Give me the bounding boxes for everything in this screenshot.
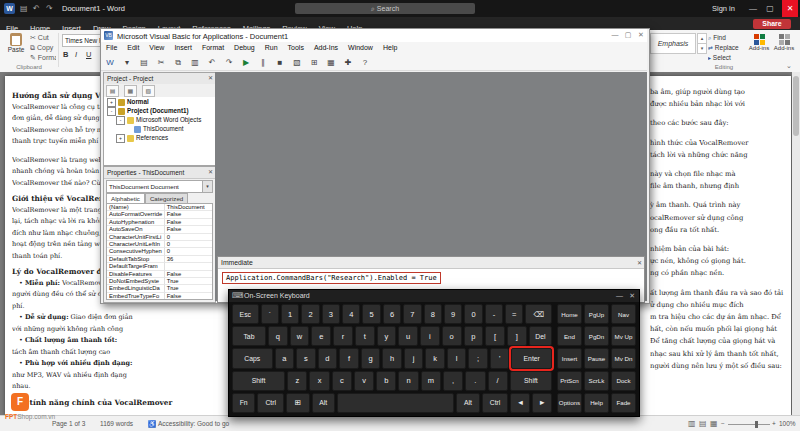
properties-window-icon[interactable]: ▦	[323, 55, 339, 70]
key-mv-up[interactable]: Mv Up	[611, 326, 636, 346]
key-q[interactable]: q	[268, 326, 288, 346]
copy-icon[interactable]: ⧉	[170, 55, 186, 70]
key-6[interactable]: 6	[383, 304, 401, 324]
zoom-slider[interactable]	[728, 424, 770, 425]
project-explorer-icon[interactable]: ⊞	[306, 55, 322, 70]
key-end[interactable]: End	[557, 326, 582, 346]
vba-menu-help[interactable]: Help	[378, 42, 402, 54]
key-bracket-open[interactable]: [	[485, 326, 505, 346]
key-i[interactable]: i	[420, 326, 440, 346]
property-value[interactable]: ThisDocument	[165, 204, 212, 211]
scrollbar-thumb[interactable]	[793, 76, 799, 136]
share-button[interactable]: Share	[753, 19, 791, 29]
object-browser-icon[interactable]: ✚	[340, 55, 356, 70]
vba-maximize-button[interactable]: ▢	[622, 31, 634, 39]
key-del[interactable]: Del	[529, 326, 552, 346]
key-help[interactable]: Help	[584, 393, 609, 413]
property-value[interactable]	[165, 263, 212, 270]
tree-expand-icon[interactable]: -	[116, 116, 125, 125]
key-f[interactable]: f	[339, 348, 359, 368]
key-home[interactable]: Home	[557, 304, 582, 324]
addins-button[interactable]: Add-ins	[748, 33, 770, 63]
key-z[interactable]: z	[287, 371, 307, 391]
project-close-icon[interactable]: ✕	[208, 74, 213, 81]
zoom-in-button[interactable]: +	[772, 420, 776, 427]
tree-item-references[interactable]: +References	[104, 133, 215, 142]
key-backspace[interactable]: ⌫	[525, 304, 552, 324]
property-value[interactable]: True	[165, 278, 212, 285]
tab-categorized[interactable]: Categorized	[145, 193, 188, 203]
paste-icon[interactable]: ▥	[187, 55, 203, 70]
vba-menu-add-ins[interactable]: Add-Ins	[309, 42, 343, 54]
tree-expand-icon[interactable]: +	[116, 134, 125, 143]
tab-alphabetic[interactable]: Alphabetic	[106, 193, 145, 203]
addins-button-2[interactable]: Add-ins	[773, 33, 795, 63]
key-minus[interactable]: -	[485, 304, 503, 324]
minimize-button[interactable]: —	[745, 0, 761, 17]
vba-menu-tools[interactable]: Tools	[283, 42, 309, 54]
key-arrow-right[interactable]: ►	[532, 393, 552, 413]
help-icon[interactable]: ?	[357, 55, 373, 70]
key-b[interactable]: b	[376, 371, 396, 391]
key-pgdn[interactable]: PgDn	[584, 326, 609, 346]
osk-minimize-button[interactable]: —	[616, 292, 623, 299]
vba-menu-insert[interactable]: Insert	[169, 42, 197, 54]
property-value[interactable]: 0	[165, 248, 212, 255]
key-equals[interactable]: =	[505, 304, 523, 324]
tree-item-thisdocument[interactable]: ThisDocument	[104, 124, 215, 133]
save-icon[interactable]: ▤	[20, 3, 28, 14]
key-9[interactable]: 9	[444, 304, 462, 324]
bold-button[interactable]: B	[63, 50, 68, 59]
replace-button[interactable]: ⇄ Replace	[708, 44, 742, 54]
key-8[interactable]: 8	[424, 304, 442, 324]
word-count[interactable]: 1169 words	[100, 420, 133, 427]
key-3[interactable]: 3	[322, 304, 340, 324]
key-w[interactable]: w	[290, 326, 310, 346]
key-mv-dn[interactable]: Mv Dn	[611, 348, 636, 368]
immediate-title[interactable]: Immediate	[218, 257, 644, 269]
key-5[interactable]: 5	[362, 304, 380, 324]
maximize-button[interactable]: ▢	[762, 0, 778, 17]
key-arrow-left[interactable]: ◄	[510, 393, 530, 413]
key-caps[interactable]: Caps	[232, 348, 273, 368]
property-value[interactable]: False	[165, 226, 212, 233]
key-4[interactable]: 4	[342, 304, 360, 324]
underline-button[interactable]: U	[86, 50, 91, 59]
vba-minimize-button[interactable]: —	[609, 31, 621, 38]
toggle-folders-icon[interactable]: ▧	[142, 85, 155, 97]
vba-menu-edit[interactable]: Edit	[122, 42, 144, 54]
styles-scroll-down[interactable]: ▾	[697, 43, 707, 54]
property-value[interactable]: 0	[165, 241, 212, 248]
italic-button[interactable]: I	[75, 50, 77, 59]
key-comma[interactable]: ,	[443, 371, 463, 391]
property-value[interactable]: False	[165, 293, 212, 300]
find-button[interactable]: ⌕ Find	[708, 34, 742, 44]
save-icon[interactable]: ▤	[136, 55, 152, 70]
vba-menu-view[interactable]: View	[144, 42, 169, 54]
key-n[interactable]: n	[398, 371, 418, 391]
vba-menu-window[interactable]: Window	[343, 42, 378, 54]
key-insert[interactable]: Insert	[557, 348, 582, 368]
property-value[interactable]: True	[165, 285, 212, 292]
property-value[interactable]: False	[165, 211, 212, 218]
immediate-code[interactable]: Application.CommandBars("Research").Enab…	[222, 272, 441, 284]
key-s[interactable]: s	[296, 348, 316, 368]
cut-button[interactable]: ✂ Cut	[30, 34, 56, 43]
property-value[interactable]: False	[165, 219, 212, 226]
close-button[interactable]: ✕	[782, 0, 798, 17]
key-o[interactable]: o	[442, 326, 462, 346]
key-x[interactable]: x	[309, 371, 329, 391]
cut-icon[interactable]: ✂	[153, 55, 169, 70]
vba-menu-format[interactable]: Format	[197, 42, 229, 54]
osk-close-button[interactable]: ✕	[629, 292, 635, 300]
key-v[interactable]: v	[354, 371, 374, 391]
property-value[interactable]: 0	[165, 234, 212, 241]
copy-button[interactable]: ⧉ Copy	[30, 44, 56, 53]
key-backtick[interactable]: `	[261, 304, 279, 324]
tree-item-project-document1[interactable]: -Project (Document1)	[104, 106, 215, 115]
accessibility-status[interactable]: Accessibility: Good to go	[158, 420, 229, 427]
key-scrlk[interactable]: ScrLk	[584, 371, 609, 391]
web-layout-icon[interactable]: ▦	[710, 419, 718, 428]
paste-button[interactable]: Paste	[5, 33, 27, 63]
key-p[interactable]: p	[464, 326, 484, 346]
